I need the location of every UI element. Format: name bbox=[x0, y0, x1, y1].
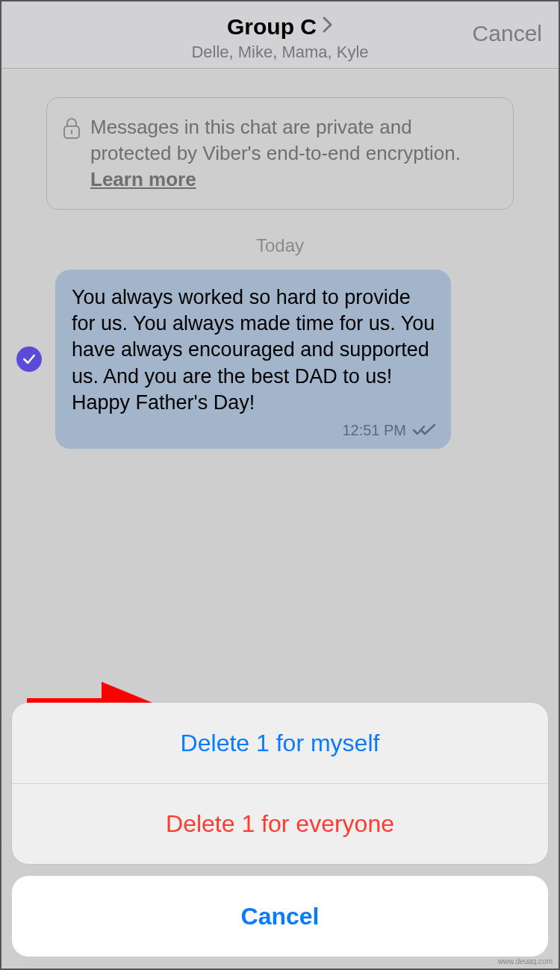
action-sheet-cancel-button[interactable]: Cancel bbox=[12, 876, 548, 957]
message-row[interactable]: You always worked so hard to provide for… bbox=[1, 270, 559, 448]
message-text: You always worked so hard to provide for… bbox=[72, 285, 436, 415]
learn-more-link[interactable]: Learn more bbox=[90, 168, 196, 190]
cancel-selection-button[interactable]: Cancel bbox=[473, 21, 542, 46]
header: Group C Delle, Mike, Mama, Kyle Cancel bbox=[1, 1, 559, 69]
action-sheet: Delete 1 for myself Delete 1 for everyon… bbox=[12, 703, 548, 957]
encryption-text: Messages in this chat are private and pr… bbox=[90, 114, 492, 193]
read-receipt-icon bbox=[412, 423, 436, 437]
encryption-notice[interactable]: Messages in this chat are private and pr… bbox=[46, 97, 514, 210]
message-bubble[interactable]: You always worked so hard to provide for… bbox=[55, 270, 451, 448]
chat-area: Messages in this chat are private and pr… bbox=[1, 70, 559, 969]
lock-icon bbox=[62, 117, 81, 146]
message-meta: 12:51 PM bbox=[72, 420, 436, 440]
date-separator: Today bbox=[1, 235, 559, 256]
action-sheet-options: Delete 1 for myself Delete 1 for everyon… bbox=[12, 703, 548, 864]
message-time: 12:51 PM bbox=[342, 420, 406, 440]
chat-screen: Group C Delle, Mike, Mama, Kyle Cancel M… bbox=[0, 0, 560, 970]
chat-title: Group C bbox=[227, 14, 317, 40]
watermark: www.deuaq.com bbox=[498, 957, 553, 966]
delete-for-myself-button[interactable]: Delete 1 for myself bbox=[12, 703, 548, 783]
delete-for-everyone-button[interactable]: Delete 1 for everyone bbox=[12, 783, 548, 864]
selection-checkmark-icon[interactable] bbox=[16, 346, 42, 372]
chevron-right-icon bbox=[323, 16, 333, 37]
